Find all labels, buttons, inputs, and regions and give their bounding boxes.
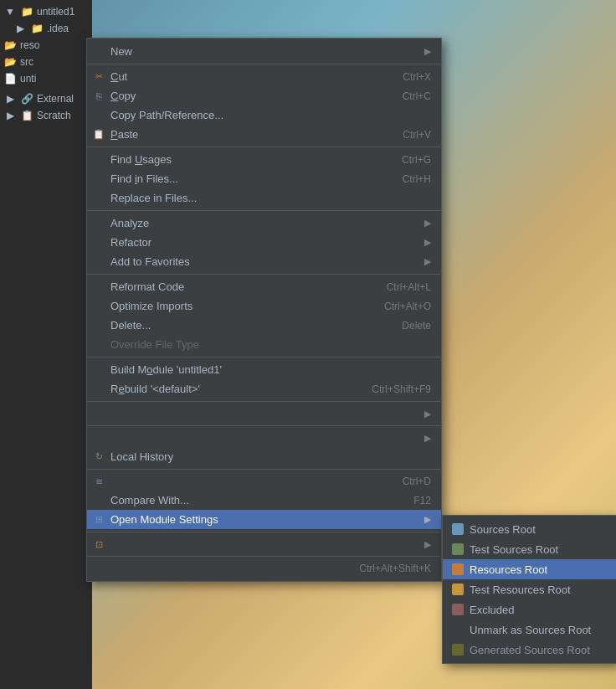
src-label: src: [20, 56, 33, 68]
menu-item-compare-with[interactable]: ≋ Ctrl+D: [87, 472, 441, 491]
paste-icon: 📋: [92, 128, 105, 141]
project-tree: ▼ 📁 untitled1 ▶ 📁 .idea 📂 reso 📂 src 📄 u…: [0, 0, 92, 689]
submenu-item-excluded[interactable]: Excluded: [443, 599, 616, 620]
separator-8: [87, 469, 441, 470]
separator-2: [87, 147, 441, 147]
diagrams-icon: ⊡: [92, 537, 105, 551]
excluded-icon: [451, 603, 465, 616]
test-resources-root-label: Test Resources Root: [470, 584, 571, 596]
arrow-open-in-icon: ▶: [424, 409, 431, 419]
submenu-item-test-sources-root[interactable]: Test Sources Root: [443, 539, 616, 559]
menu-item-cut[interactable]: ✂ Cut Ctrl+X: [87, 67, 441, 86]
unti-label: unti: [20, 73, 36, 85]
menu-item-analyze[interactable]: Analyze ▶: [87, 213, 441, 233]
tree-item-reso[interactable]: 📂 reso: [0, 37, 92, 54]
menu-item-replace-in-files[interactable]: Replace in Files...: [87, 188, 441, 208]
separator-7: [87, 425, 441, 426]
folder-icon: 📁: [30, 22, 44, 35]
mark-icon: ⊞: [92, 513, 105, 527]
menu-item-open-in[interactable]: ▶: [87, 404, 441, 423]
separator-10: [87, 556, 441, 557]
arrow-mark-icon: ▶: [424, 514, 431, 525]
menu-item-build-module[interactable]: Build Module 'untitled1': [87, 360, 441, 379]
project-icon: 📁: [20, 5, 33, 18]
tree-item-unti[interactable]: 📄 unti: [0, 70, 92, 87]
copy-icon: ⎘: [92, 90, 105, 103]
expand3-icon: ▶: [3, 109, 17, 122]
context-menu: New ▶ ✂ Cut Ctrl+X ⎘ Copy Ctrl+C Copy Pa…: [86, 38, 442, 582]
submenu-item-generated[interactable]: Generated Sources Root: [443, 640, 616, 660]
arrow-analyze-icon: ▶: [424, 218, 431, 229]
arrow-diagrams-icon: ▶: [424, 539, 431, 550]
submenu-item-resources-root[interactable]: Resources Root: [443, 559, 616, 579]
menu-item-reformat[interactable]: Reformat Code Ctrl+Alt+L: [87, 277, 441, 296]
menu-item-rebuild[interactable]: Rebuild '<default>' Ctrl+Shift+F9: [87, 379, 441, 398]
test-sources-icon: [451, 542, 465, 556]
project-title: untitled1: [37, 6, 74, 18]
src-folder-icon: 📂: [3, 55, 17, 69]
menu-item-reload-from-disk[interactable]: ↻ Local History: [87, 447, 441, 466]
menu-item-new[interactable]: New ▶: [87, 42, 441, 61]
unmark-icon: [451, 623, 465, 636]
file-icon: 📄: [3, 72, 17, 85]
submenu-item-test-resources-root[interactable]: Test Resources Root: [443, 579, 616, 599]
test-sources-root-label: Test Sources Root: [470, 543, 558, 556]
tree-item-src[interactable]: 📂 src: [0, 54, 92, 70]
generated-icon: [451, 643, 465, 656]
resources-root-icon: [451, 563, 465, 576]
menu-item-refactor[interactable]: Refactor ▶: [87, 233, 441, 252]
sources-root-icon: [451, 522, 465, 536]
separator-5: [87, 357, 441, 357]
tree-item-external[interactable]: ▶ 🔗 External: [0, 90, 92, 107]
arrow-icon: ▶: [424, 46, 431, 57]
submenu-item-unmark-sources[interactable]: Unmark as Sources Root: [443, 620, 616, 640]
menu-item-paste[interactable]: 📋 Paste Ctrl+V: [87, 125, 441, 144]
separator-1: [87, 64, 441, 64]
submenu-item-sources-root[interactable]: Sources Root: [443, 519, 616, 539]
arrow-history-icon: ▶: [424, 433, 431, 444]
expand-icon: ▶: [13, 22, 27, 35]
submenu-mark-directory: Sources Root Test Sources Root Resources…: [442, 515, 616, 664]
unmark-label: Unmark as Sources Root: [470, 624, 591, 636]
compare-icon: ≋: [92, 475, 105, 488]
resources-root-label: Resources Root: [470, 563, 547, 576]
separator-6: [87, 401, 441, 402]
idea-label: .idea: [47, 23, 69, 34]
menu-item-find-usages[interactable]: Find Usages Ctrl+G: [87, 150, 441, 169]
menu-item-copy-path[interactable]: Copy Path/Reference...: [87, 105, 441, 125]
tree-item-scratch[interactable]: ▶ 📋 Scratch: [0, 107, 92, 124]
reso-label: reso: [20, 39, 39, 51]
external-icon: 🔗: [20, 92, 33, 105]
menu-item-local-history[interactable]: ▶: [87, 429, 441, 447]
reload-icon: ↻: [92, 450, 105, 464]
menu-item-delete[interactable]: Delete... Delete: [87, 316, 441, 335]
test-resources-icon: [451, 583, 465, 596]
arrow-favorites-icon: ▶: [424, 256, 431, 267]
expand2-icon: ▶: [3, 92, 17, 105]
excluded-label: Excluded: [470, 604, 514, 616]
menu-item-copy[interactable]: ⎘ Copy Ctrl+C: [87, 86, 441, 105]
menu-item-mark-directory[interactable]: ⊞ Open Module Settings ▶: [87, 510, 441, 529]
separator-9: [87, 532, 441, 532]
menu-item-optimize-imports[interactable]: Optimize Imports Ctrl+Alt+O: [87, 296, 441, 316]
separator-4: [87, 274, 441, 275]
menu-item-diagrams[interactable]: ⊡ ▶: [87, 535, 441, 553]
cut-icon: ✂: [92, 70, 105, 84]
menu-item-convert-java[interactable]: Ctrl+Alt+Shift+K: [87, 559, 441, 578]
scratch-label: Scratch: [37, 110, 71, 121]
menu-item-override-file-type: Override File Type: [87, 335, 441, 354]
tree-item-root[interactable]: ▼ 📁 untitled1: [0, 3, 92, 20]
separator-3: [87, 210, 441, 211]
scratch-icon: 📋: [20, 109, 33, 122]
generated-label: Generated Sources Root: [470, 644, 590, 656]
resources-folder-icon: 📂: [3, 39, 17, 52]
menu-item-find-in-files[interactable]: Find in Files... Ctrl+H: [87, 169, 441, 188]
sources-root-label: Sources Root: [470, 523, 536, 536]
tree-item-idea[interactable]: ▶ 📁 .idea: [0, 20, 92, 37]
menu-item-add-favorites[interactable]: Add to Favorites ▶: [87, 252, 441, 271]
external-label: External: [37, 93, 74, 105]
menu-item-module-settings[interactable]: Compare With... F12: [87, 491, 441, 510]
collapse-icon: ▼: [3, 5, 17, 18]
arrow-refactor-icon: ▶: [424, 237, 431, 248]
